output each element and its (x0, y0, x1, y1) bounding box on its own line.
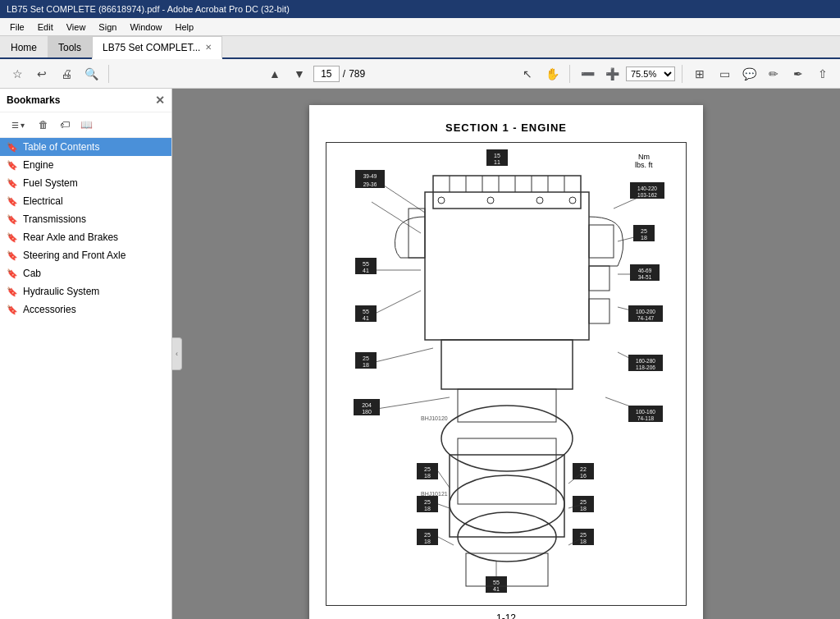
toolbar-sep-1 (108, 65, 109, 83)
page-nav: ▲ ▼ 15 / 789 (264, 63, 365, 85)
panel-close-btn[interactable]: ✕ (155, 94, 165, 107)
svg-text:55: 55 (493, 580, 500, 585)
zoom-reduce-btn[interactable]: 🔍 (80, 63, 102, 85)
hand-tool-btn[interactable]: ✋ (541, 63, 563, 85)
app-window: LB75 Set COMPLETE (86618974).pdf - Adobe… (0, 0, 840, 619)
bookmark-accessories-icon: 🔖 (7, 305, 18, 315)
tab-doc[interactable]: LB75 Set COMPLET... ✕ (92, 36, 222, 59)
svg-text:118-206: 118-206 (636, 365, 655, 370)
bookmark-rear[interactable]: 🔖 Rear Axle and Brakes (0, 228, 171, 246)
svg-text:18: 18 (580, 506, 587, 511)
svg-text:lbs. ft: lbs. ft (635, 161, 653, 169)
svg-text:160-280: 160-280 (636, 358, 655, 364)
comment-btn[interactable]: 💬 (738, 63, 760, 85)
svg-text:74-147: 74-147 (637, 315, 655, 321)
presentation-btn[interactable]: ▭ (714, 63, 735, 85)
svg-text:18: 18 (424, 539, 431, 544)
bookmark-toc[interactable]: 🔖 Table of Contents (0, 138, 171, 156)
share-btn[interactable]: ⇧ (812, 63, 833, 85)
svg-text:29-36: 29-36 (363, 181, 377, 187)
bookmark-fuel-icon: 🔖 (7, 178, 18, 189)
highlight-btn[interactable]: ✏ (763, 63, 784, 85)
tab-tools[interactable]: Tools (48, 36, 92, 57)
zoom-out-btn[interactable]: ➖ (577, 63, 598, 85)
page-up-btn[interactable]: ▲ (264, 63, 285, 85)
page-input[interactable]: 15 (313, 66, 340, 82)
tab-bar: Home Tools LB75 Set COMPLET... ✕ (0, 36, 840, 59)
svg-text:100-200: 100-200 (636, 309, 655, 314)
title-bar: LB75 Set COMPLETE (86618974).pdf - Adobe… (0, 0, 840, 18)
svg-text:46-69: 46-69 (638, 268, 652, 273)
panel-collapse-handle[interactable]: ‹ (172, 337, 182, 370)
select-tool-btn[interactable]: ↖ (517, 63, 538, 85)
svg-text:22: 22 (580, 466, 587, 472)
sign-btn[interactable]: ✒ (788, 63, 809, 85)
svg-text:74-118: 74-118 (637, 415, 655, 421)
svg-text:100-160: 100-160 (636, 409, 655, 415)
panel-tag-btn[interactable]: 🏷 (56, 116, 74, 134)
menu-sign[interactable]: Sign (92, 21, 123, 34)
svg-text:Nm: Nm (638, 153, 650, 161)
svg-text:18: 18 (580, 539, 587, 544)
page-down-btn[interactable]: ▼ (289, 63, 310, 85)
menu-bar: File Edit View Sign Window Help (0, 18, 840, 36)
print-btn[interactable]: 🖨 (56, 63, 77, 85)
svg-text:41: 41 (493, 586, 500, 592)
tab-doc-label: LB75 Set COMPLET... (103, 42, 200, 53)
svg-text:11: 11 (494, 159, 500, 165)
toolbar-sep-3 (682, 65, 682, 83)
bookmark-cab[interactable]: 🔖 Cab (0, 264, 171, 282)
svg-text:18: 18 (424, 506, 431, 511)
menu-edit[interactable]: Edit (31, 21, 60, 34)
zoom-select[interactable]: 75.5% 50% 100% 125% (626, 66, 675, 81)
page-total: 789 (349, 68, 365, 80)
tab-doc-close[interactable]: ✕ (205, 43, 212, 52)
svg-text:BHJ10120: BHJ10120 (421, 415, 448, 421)
toolbar-sep-2 (569, 65, 570, 83)
bookmark-elec-label: Electrical (23, 195, 63, 207)
panel-delete-btn[interactable]: 🗑 (34, 116, 52, 134)
tab-home-label: Home (11, 42, 37, 53)
bookmark-toc-label: Table of Contents (23, 141, 99, 153)
zoom-in-btn[interactable]: ➕ (601, 63, 623, 85)
bookmark-hydraulic[interactable]: 🔖 Hydraulic System (0, 282, 171, 300)
bookmark-steering[interactable]: 🔖 Steering and Front Axle (0, 246, 171, 264)
bookmark-list: 🔖 Table of Contents 🔖 Engine 🔖 Fuel Syst… (0, 138, 171, 619)
toolbar: ☆ ↩ 🖨 🔍 ▲ ▼ 15 / 789 ↖ ✋ ➖ ➕ 75.5% 50% 1… (0, 59, 840, 89)
engine-svg: Nm lbs. ft (326, 143, 687, 603)
menu-file[interactable]: File (3, 21, 31, 34)
bookmark-cab-label: Cab (23, 268, 41, 279)
svg-text:25: 25 (580, 532, 587, 538)
svg-text:18: 18 (641, 235, 647, 241)
menu-view[interactable]: View (60, 21, 93, 34)
svg-text:25: 25 (641, 228, 647, 234)
engine-diagram: Nm lbs. ft (326, 142, 687, 606)
bookmark-engine-icon: 🔖 (7, 160, 18, 171)
bookmark-trans[interactable]: 🔖 Transmissions (0, 210, 171, 228)
pdf-area[interactable]: SECTION 1 - ENGINE Nm lbs. ft (172, 89, 840, 619)
tab-tools-label: Tools (58, 42, 81, 53)
svg-text:204: 204 (362, 402, 372, 408)
bookmark-accessories[interactable]: 🔖 Accessories (0, 300, 171, 319)
panel-toolbar: ☰ ▾ 🗑 🏷 📖 (0, 112, 171, 138)
svg-text:140-220: 140-220 (637, 186, 657, 191)
svg-text:25: 25 (424, 499, 431, 505)
svg-text:34-51: 34-51 (638, 274, 652, 280)
bookmark-hydraulic-icon: 🔖 (7, 287, 18, 297)
bookmark-btn[interactable]: ☆ (7, 63, 28, 85)
bookmark-elec[interactable]: 🔖 Electrical (0, 192, 171, 210)
panel-header: Bookmarks ✕ (0, 89, 171, 112)
panel-menu-btn[interactable]: ☰ ▾ (5, 116, 31, 134)
menu-window[interactable]: Window (123, 21, 168, 34)
svg-text:39-49: 39-49 (363, 173, 377, 179)
fit-page-btn[interactable]: ⊞ (689, 63, 710, 85)
bookmark-fuel[interactable]: 🔖 Fuel System (0, 174, 171, 192)
bookmark-engine[interactable]: 🔖 Engine (0, 156, 171, 174)
left-panel: Bookmarks ✕ ☰ ▾ 🗑 🏷 📖 🔖 Table of Content… (0, 89, 172, 619)
svg-text:180: 180 (362, 409, 372, 415)
tab-home[interactable]: Home (0, 36, 48, 57)
pdf-page: SECTION 1 - ENGINE Nm lbs. ft (309, 105, 703, 619)
back-btn[interactable]: ↩ (31, 63, 52, 85)
panel-expand-btn[interactable]: 📖 (77, 116, 95, 134)
menu-help[interactable]: Help (169, 21, 201, 34)
